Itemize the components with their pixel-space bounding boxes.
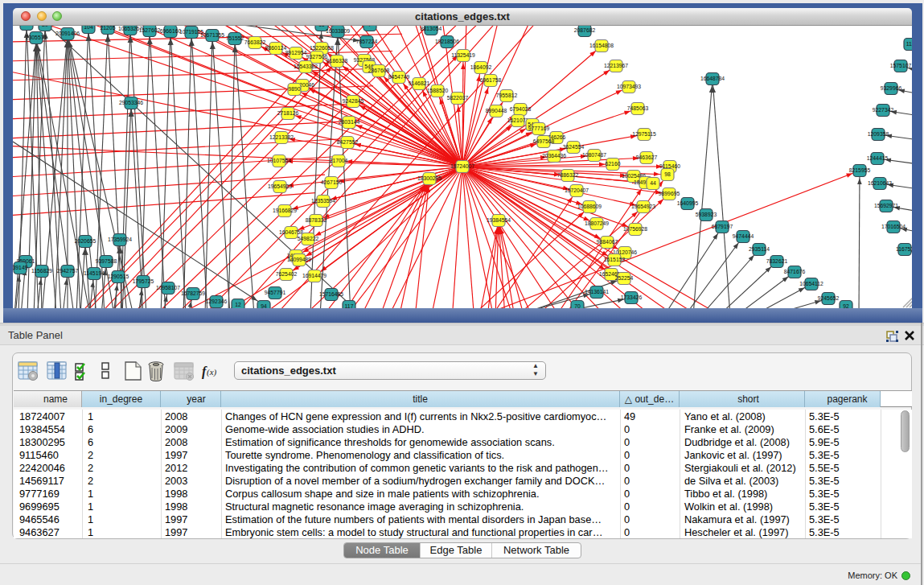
svg-text:252254: 252254 bbox=[615, 275, 634, 281]
svg-text:1640995: 1640995 bbox=[677, 200, 699, 206]
svg-text:10654112: 10654112 bbox=[799, 281, 823, 286]
svg-text:1588520: 1588520 bbox=[427, 88, 449, 93]
svg-text:20: 20 bbox=[42, 26, 48, 27]
svg-text:7485063: 7485063 bbox=[627, 105, 649, 111]
svg-text:18300295: 18300295 bbox=[417, 175, 441, 181]
svg-text:2305571: 2305571 bbox=[26, 35, 47, 40]
svg-text:104: 104 bbox=[84, 26, 93, 30]
svg-text:1290515: 1290515 bbox=[108, 274, 129, 279]
svg-text:1209358: 1209358 bbox=[868, 131, 889, 137]
svg-text:116753: 116753 bbox=[896, 246, 912, 252]
svg-text:7: 7 bbox=[368, 26, 372, 27]
svg-text:92: 92 bbox=[843, 303, 849, 308]
svg-text:10958107: 10958107 bbox=[156, 285, 180, 290]
svg-text:16543382: 16543382 bbox=[294, 64, 318, 69]
svg-text:1145194: 1145194 bbox=[84, 270, 105, 276]
svg-text:1795725: 1795725 bbox=[133, 278, 154, 284]
svg-text:1244415: 1244415 bbox=[867, 155, 889, 161]
svg-text:16033809: 16033809 bbox=[326, 28, 350, 34]
svg-text:1527602: 1527602 bbox=[139, 27, 161, 33]
svg-text:9146821: 9146821 bbox=[409, 80, 430, 86]
svg-text:17016504: 17016504 bbox=[881, 224, 906, 229]
svg-text:8471676: 8471676 bbox=[784, 269, 806, 274]
svg-text:7857224: 7857224 bbox=[356, 39, 378, 44]
svg-text:8860124: 8860124 bbox=[265, 45, 287, 51]
svg-text:20364436: 20364436 bbox=[542, 153, 566, 159]
svg-text:12353594: 12353594 bbox=[311, 198, 335, 204]
svg-text:15720407: 15720407 bbox=[565, 187, 589, 193]
svg-text:15226058: 15226058 bbox=[310, 45, 334, 51]
svg-text:10756928: 10756928 bbox=[623, 226, 647, 232]
svg-text:1292346: 1292346 bbox=[206, 299, 228, 304]
svg-text:9777169: 9777169 bbox=[528, 126, 550, 131]
svg-text:(x): (x) bbox=[207, 367, 217, 377]
svg-text:2867608: 2867608 bbox=[368, 68, 390, 73]
svg-text:5938923: 5938923 bbox=[696, 212, 717, 217]
svg-text:111: 111 bbox=[906, 41, 912, 47]
svg-text:16046758: 16046758 bbox=[279, 229, 303, 235]
svg-text:2087682: 2087682 bbox=[574, 27, 596, 33]
svg-text:4267150: 4267150 bbox=[321, 179, 343, 185]
svg-text:14136141: 14136141 bbox=[585, 289, 609, 295]
svg-text:14099489: 14099489 bbox=[287, 257, 311, 262]
svg-text:8813054: 8813054 bbox=[421, 26, 442, 31]
svg-text:6879197: 6879197 bbox=[712, 224, 733, 229]
svg-text:11325419: 11325419 bbox=[451, 52, 475, 58]
svg-text:19218506: 19218506 bbox=[435, 39, 459, 44]
svg-text:9329966: 9329966 bbox=[881, 85, 902, 91]
svg-text:7625402: 7625402 bbox=[276, 271, 298, 277]
svg-text:12213967: 12213967 bbox=[604, 63, 628, 68]
svg-text:1575107: 1575107 bbox=[890, 63, 912, 68]
svg-text:9884067: 9884067 bbox=[597, 239, 618, 245]
svg-text:94: 94 bbox=[261, 303, 267, 308]
svg-text:6961758: 6961758 bbox=[480, 77, 502, 83]
svg-text:16210643: 16210643 bbox=[868, 180, 892, 186]
svg-text:10107554: 10107554 bbox=[267, 158, 291, 163]
svg-text:8454749: 8454749 bbox=[388, 74, 410, 80]
svg-text:9327506: 9327506 bbox=[306, 54, 328, 60]
svg-text:8878332: 8878332 bbox=[306, 217, 327, 223]
svg-text:70: 70 bbox=[574, 303, 581, 308]
svg-text:1864092: 1864092 bbox=[470, 64, 492, 70]
svg-text:19654923: 19654923 bbox=[631, 204, 655, 209]
svg-text:21205: 21205 bbox=[101, 26, 116, 31]
svg-text:18724007: 18724007 bbox=[450, 163, 474, 169]
svg-text:19384554: 19384554 bbox=[487, 217, 511, 223]
svg-text:15: 15 bbox=[318, 26, 325, 27]
svg-text:10671355: 10671355 bbox=[200, 32, 224, 38]
svg-text:2935114: 2935114 bbox=[749, 246, 770, 252]
svg-text:1156829: 1156829 bbox=[31, 268, 52, 274]
svg-text:6794028: 6794028 bbox=[510, 106, 532, 112]
svg-text:8912954: 8912954 bbox=[285, 50, 307, 56]
svg-text:7886322: 7886322 bbox=[557, 172, 579, 178]
svg-text:9242845: 9242845 bbox=[343, 98, 364, 104]
svg-text:5822037: 5822037 bbox=[447, 95, 469, 101]
svg-text:44: 44 bbox=[650, 180, 656, 186]
svg-text:8427552: 8427552 bbox=[337, 139, 359, 145]
svg-text:9899695: 9899695 bbox=[659, 191, 680, 196]
svg-text:12: 12 bbox=[235, 302, 241, 307]
svg-text:8215955: 8215955 bbox=[849, 167, 871, 173]
svg-text:9457791: 9457791 bbox=[265, 290, 286, 295]
svg-text:10807487: 10807487 bbox=[582, 152, 606, 158]
svg-text:3624554: 3624554 bbox=[563, 144, 585, 150]
svg-text:10688609: 10688609 bbox=[577, 204, 602, 209]
svg-text:2803144: 2803144 bbox=[339, 119, 360, 125]
svg-text:7663822: 7663822 bbox=[244, 39, 266, 45]
svg-text:12975115: 12975115 bbox=[632, 131, 656, 137]
svg-text:16782759: 16782759 bbox=[181, 290, 205, 296]
svg-text:217004: 217004 bbox=[330, 158, 348, 163]
svg-text:6497568: 6497568 bbox=[533, 138, 555, 144]
svg-text:1733426: 1733426 bbox=[621, 295, 643, 300]
svg-text:7955812: 7955812 bbox=[496, 93, 518, 98]
svg-text:16648784: 16648784 bbox=[700, 76, 725, 81]
svg-text:2718126: 2718126 bbox=[277, 110, 299, 116]
svg-text:9463627: 9463627 bbox=[636, 154, 658, 160]
svg-text:62160: 62160 bbox=[606, 161, 621, 167]
svg-text:751552: 751552 bbox=[226, 35, 244, 41]
svg-text:39149: 39149 bbox=[13, 265, 28, 270]
svg-text:8990448: 8990448 bbox=[486, 108, 507, 113]
svg-text:1: 1 bbox=[25, 26, 28, 27]
svg-text:9227342: 9227342 bbox=[873, 107, 894, 113]
svg-text:98: 98 bbox=[664, 171, 671, 177]
